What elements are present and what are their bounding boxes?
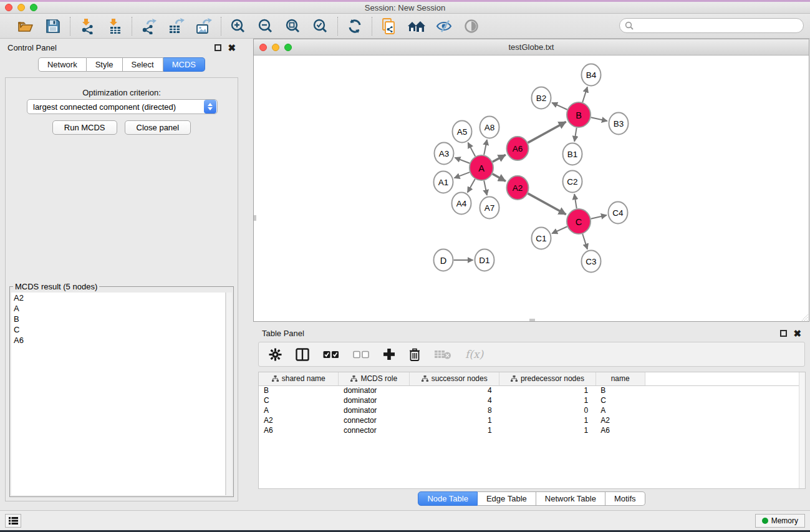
canvas-hscroll-thumb[interactable] — [529, 319, 535, 321]
edge-A-A2[interactable] — [493, 174, 506, 181]
resize-grip[interactable] — [800, 312, 808, 321]
edge-A-A4[interactable] — [468, 179, 475, 193]
node-A[interactable]: A — [470, 155, 493, 180]
search-field[interactable] — [619, 18, 804, 33]
show-columns-icon[interactable] — [296, 348, 309, 361]
table-cell[interactable]: 0 — [499, 405, 595, 415]
node-B4[interactable]: B4 — [582, 64, 601, 86]
import-network-icon[interactable] — [78, 17, 97, 36]
mcds-result-list[interactable]: A2ABCA6 — [11, 293, 226, 495]
settings-gear-icon[interactable] — [269, 348, 282, 361]
node-D[interactable]: D — [434, 249, 453, 271]
node-B2[interactable]: B2 — [532, 87, 551, 109]
table-row[interactable]: Adominator80A — [259, 405, 805, 415]
node-C2[interactable]: C2 — [563, 171, 582, 193]
tab-node-table[interactable]: Node Table — [418, 491, 478, 506]
import-table-icon[interactable] — [105, 17, 124, 36]
node-A2[interactable]: A2 — [507, 176, 529, 200]
network-minimize-button[interactable] — [272, 44, 279, 51]
unselect-all-icon[interactable] — [353, 351, 369, 359]
float-panel-icon[interactable] — [215, 44, 221, 51]
edge-B-B3[interactable] — [591, 117, 607, 121]
zoom-window-button[interactable] — [30, 4, 37, 11]
node-B1[interactable]: B1 — [563, 143, 582, 165]
column-header-successor-nodes[interactable]: successor nodes — [410, 372, 499, 385]
edge-C-C2[interactable] — [574, 194, 577, 208]
table-cell[interactable]: C — [259, 395, 339, 405]
table-row[interactable]: Cdominator41C — [259, 395, 805, 405]
export-network-icon[interactable] — [140, 17, 158, 36]
table-close-icon[interactable]: ✖ — [793, 330, 801, 337]
node-D1[interactable]: D1 — [475, 249, 494, 271]
minimize-window-button[interactable] — [17, 4, 25, 11]
tab-edge-table[interactable]: Edge Table — [478, 491, 536, 506]
node-C4[interactable]: C4 — [609, 202, 628, 224]
open-file-icon[interactable] — [16, 17, 35, 36]
table-row[interactable]: Bdominator41B — [259, 385, 805, 395]
table-cell[interactable]: A2 — [259, 415, 339, 425]
save-session-icon[interactable] — [44, 17, 62, 36]
criterion-select[interactable]: largest connected component (directed) — [27, 99, 218, 114]
node-A4[interactable]: A4 — [452, 193, 471, 215]
table-cell[interactable]: 1 — [499, 385, 595, 395]
edge-A-A1[interactable] — [455, 172, 470, 178]
table-cell[interactable]: connector — [339, 415, 410, 425]
node-A7[interactable]: A7 — [480, 197, 499, 219]
table-cell[interactable]: dominator — [339, 405, 410, 415]
edge-B-B2[interactable] — [552, 103, 567, 110]
zoom-out-icon[interactable] — [256, 17, 275, 36]
edge-B-B1[interactable] — [574, 128, 577, 142]
table-cell[interactable]: A — [259, 405, 339, 415]
edge-A-A6[interactable] — [493, 155, 506, 162]
edge-A-A7[interactable] — [484, 181, 487, 195]
edge-A-A5[interactable] — [468, 143, 475, 157]
export-image-icon[interactable] — [195, 17, 213, 36]
table-cell[interactable]: 1 — [410, 415, 499, 425]
table-cell[interactable]: 4 — [410, 395, 499, 405]
result-item[interactable]: A2 — [11, 293, 225, 303]
table-cell[interactable]: connector — [339, 425, 410, 435]
run-mcds-button[interactable]: Run MCDS — [52, 120, 117, 135]
delete-table-icon[interactable] — [434, 349, 451, 360]
node-C3[interactable]: C3 — [582, 251, 601, 273]
table-cell[interactable]: 1 — [499, 415, 595, 425]
node-C1[interactable]: C1 — [532, 228, 551, 249]
attribute-table[interactable]: shared nameMCDS rolesuccessor nodesprede… — [259, 372, 805, 435]
table-float-icon[interactable] — [780, 330, 787, 337]
add-column-icon[interactable] — [383, 348, 395, 360]
table-cell[interactable]: dominator — [339, 395, 410, 405]
export-table-icon[interactable] — [167, 17, 186, 36]
memory-button[interactable]: Memory — [755, 514, 805, 528]
table-cell[interactable]: A6 — [259, 425, 339, 435]
edge-A-A8[interactable] — [484, 140, 487, 155]
node-C[interactable]: C — [567, 209, 591, 234]
tab-network[interactable]: Network — [38, 57, 87, 72]
column-header-shared-name[interactable]: shared name — [259, 372, 339, 385]
copy-document-icon[interactable] — [380, 17, 398, 36]
result-item[interactable]: C — [11, 324, 225, 335]
network-canvas[interactable]: B4B2BB3A5A8A6A3B1AA1C2A2A4A7C4CC1DD1C3 — [254, 56, 809, 321]
birds-eye-view-icon[interactable] — [462, 17, 481, 36]
close-panel-icon[interactable]: ✖ — [228, 44, 236, 51]
table-cell[interactable]: A6 — [595, 425, 645, 435]
tab-network-table[interactable]: Network Table — [536, 491, 605, 506]
column-header-predecessor-nodes[interactable]: predecessor nodes — [499, 372, 595, 385]
node-A1[interactable]: A1 — [434, 172, 453, 193]
tab-motifs[interactable]: Motifs — [605, 491, 645, 506]
table-cell[interactable]: A2 — [595, 415, 645, 425]
edge-B-B4[interactable] — [582, 87, 587, 102]
node-A3[interactable]: A3 — [435, 143, 454, 165]
table-cell[interactable]: 1 — [410, 425, 499, 435]
select-all-icon[interactable] — [323, 351, 339, 359]
hide-annotations-eye-icon[interactable] — [435, 17, 453, 36]
column-header-name[interactable]: name — [595, 372, 645, 385]
edge-C-C4[interactable] — [591, 215, 607, 219]
zoom-fit-icon[interactable] — [284, 17, 302, 36]
network-zoom-button[interactable] — [284, 44, 292, 51]
delete-column-icon[interactable] — [409, 348, 420, 361]
table-cell[interactable]: C — [595, 395, 645, 405]
tab-select[interactable]: Select — [123, 57, 163, 72]
task-history-button[interactable] — [5, 514, 21, 528]
table-scrollbar[interactable] — [799, 372, 805, 488]
table-row[interactable]: A6connector11A6 — [259, 425, 805, 435]
